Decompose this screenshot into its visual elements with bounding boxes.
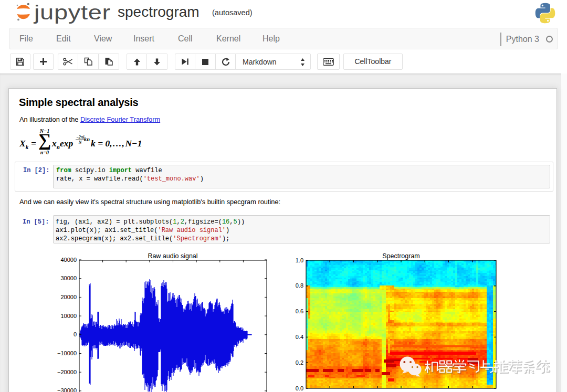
svg-text:−10000: −10000 xyxy=(57,350,77,356)
svg-text:0.4: 0.4 xyxy=(296,334,303,340)
svg-text:−20000: −20000 xyxy=(57,369,77,375)
svg-text:10000: 10000 xyxy=(60,313,77,319)
svg-text:30000: 30000 xyxy=(60,275,77,281)
svg-text:0.2: 0.2 xyxy=(296,359,303,366)
svg-text:20000: 20000 xyxy=(60,294,77,300)
svg-text:Raw audio signal: Raw audio signal xyxy=(148,252,197,260)
svg-text:0.8: 0.8 xyxy=(296,282,303,289)
svg-text:0.0: 0.0 xyxy=(296,385,303,391)
svg-text:0.6: 0.6 xyxy=(296,308,303,314)
svg-text:1.0: 1.0 xyxy=(296,257,303,263)
svg-text:0: 0 xyxy=(74,331,77,337)
svg-text:40000: 40000 xyxy=(60,257,77,263)
svg-text:−30000: −30000 xyxy=(57,387,77,392)
svg-text:Spectrogram: Spectrogram xyxy=(382,252,420,260)
